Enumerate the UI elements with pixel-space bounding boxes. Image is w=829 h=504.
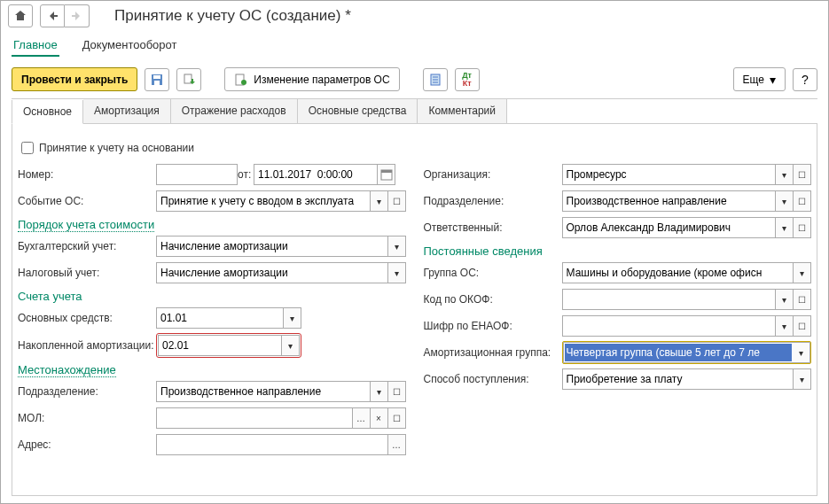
open-icon: ☐ — [393, 197, 401, 206]
ellipsis-icon: … — [392, 440, 401, 450]
ellipsis-icon: … — [356, 414, 365, 423]
basis-label: Принятие к учету на основании — [39, 142, 194, 154]
chevron-down-icon: ▾ — [395, 242, 399, 252]
resp-open[interactable]: ☐ — [794, 217, 811, 238]
group-dropdown[interactable]: ▾ — [794, 262, 811, 283]
dept-left-open[interactable]: ☐ — [388, 381, 406, 402]
report-button[interactable] — [423, 68, 448, 91]
section-location-header[interactable]: Местонахождение — [18, 363, 116, 377]
tax-input[interactable] — [156, 262, 388, 283]
enaof-label: Шифр по ЕНАОФ: — [424, 320, 562, 332]
okof-input[interactable] — [562, 289, 777, 310]
open-icon: ☐ — [798, 322, 806, 331]
group-input[interactable] — [562, 262, 794, 283]
fa-acc-input[interactable] — [156, 307, 284, 329]
more-label: Еще — [743, 74, 764, 86]
tax-dropdown[interactable]: ▾ — [388, 262, 406, 283]
back-button[interactable] — [40, 4, 65, 27]
receipt-label: Способ поступления: — [424, 373, 562, 385]
change-params-button[interactable]: Изменение параметров ОС — [224, 67, 399, 91]
chevron-down-icon: ▾ — [377, 387, 381, 397]
section-tab-docflow[interactable]: Документооборот — [81, 35, 179, 57]
amgrp-value: Четвертая группа (свыше 5 лет до 7 ле — [565, 344, 793, 361]
dep-acc-input[interactable] — [158, 335, 282, 356]
event-input[interactable] — [156, 190, 371, 212]
save-button[interactable] — [145, 68, 169, 91]
org-input[interactable] — [562, 164, 777, 185]
date-input[interactable] — [254, 164, 378, 185]
number-input[interactable] — [156, 164, 238, 185]
dept-left-input[interactable] — [156, 381, 371, 402]
receipt-dropdown[interactable]: ▾ — [794, 368, 811, 390]
dept-left-dropdown[interactable]: ▾ — [371, 381, 388, 402]
okof-dropdown[interactable]: ▾ — [776, 289, 794, 310]
section-tab-main[interactable]: Главное — [12, 35, 59, 57]
receipt-input[interactable] — [562, 368, 794, 390]
tax-label: Налоговый учет: — [18, 267, 156, 279]
change-params-label: Изменение параметров ОС — [254, 74, 389, 86]
dept-right-dropdown[interactable]: ▾ — [776, 190, 794, 212]
chevron-down-icon: ▾ — [799, 348, 803, 358]
from-label: от: — [238, 168, 254, 181]
more-button[interactable]: Еще ▾ — [733, 67, 786, 91]
enaof-open[interactable]: ☐ — [794, 315, 811, 337]
org-label: Организация: — [424, 168, 562, 181]
org-open[interactable]: ☐ — [794, 164, 811, 185]
home-button[interactable] — [8, 4, 33, 27]
fa-acc-dropdown[interactable]: ▾ — [284, 307, 301, 329]
resp-dropdown[interactable]: ▾ — [776, 217, 794, 238]
tab-comment[interactable]: Комментарий — [418, 99, 507, 123]
section-cost-header[interactable]: Порядок учета стоимости — [18, 218, 154, 232]
svg-point-5 — [241, 80, 246, 85]
help-icon: ? — [802, 73, 809, 87]
calendar-button[interactable] — [378, 164, 395, 185]
open-icon: ☐ — [798, 223, 806, 233]
dep-acc-dropdown[interactable]: ▾ — [282, 335, 300, 356]
clear-icon: × — [376, 414, 381, 423]
tab-assets[interactable]: Основные средства — [298, 99, 418, 123]
event-open[interactable]: ☐ — [388, 190, 406, 212]
tab-amort[interactable]: Амортизация — [83, 99, 171, 123]
post-button[interactable] — [176, 68, 201, 91]
mol-open[interactable]: ☐ — [388, 407, 406, 429]
mol-input[interactable] — [156, 407, 353, 429]
amgrp-label: Амортизационная группа: — [424, 346, 562, 359]
amgrp-dropdown[interactable]: ▾ — [793, 342, 810, 363]
post-icon — [182, 73, 196, 87]
addr-input[interactable] — [156, 434, 388, 455]
mol-ellipsis[interactable]: … — [353, 407, 371, 429]
org-dropdown[interactable]: ▾ — [776, 164, 794, 185]
mol-label: МОЛ: — [18, 412, 156, 424]
addr-ellipsis[interactable]: … — [388, 434, 406, 455]
page-title: Принятие к учету ОС (создание) * — [114, 7, 351, 25]
acc-dropdown[interactable]: ▾ — [388, 236, 406, 257]
open-icon: ☐ — [393, 387, 401, 397]
acc-input[interactable] — [156, 236, 388, 257]
arrow-right-icon — [70, 9, 84, 23]
event-dropdown[interactable]: ▾ — [371, 190, 388, 212]
event-label: Событие ОС: — [18, 195, 156, 207]
dtkt-button[interactable]: ДтКт — [455, 68, 480, 91]
forward-button — [65, 4, 90, 27]
section-accounts-header: Счета учета — [18, 290, 406, 303]
chevron-down-icon: ▾ — [782, 295, 786, 305]
amgrp-input[interactable]: Четвертая группа (свыше 5 лет до 7 ле — [563, 342, 794, 363]
basis-checkbox[interactable] — [21, 142, 34, 154]
chevron-down-icon: ▾ — [395, 268, 399, 278]
resp-input[interactable] — [562, 217, 777, 238]
tab-expenses[interactable]: Отражение расходов — [171, 99, 298, 123]
dept-left-label: Подразделение: — [18, 385, 156, 398]
help-button[interactable]: ? — [793, 68, 817, 91]
dept-right-input[interactable] — [562, 190, 777, 212]
chevron-down-icon: ▾ — [800, 375, 804, 384]
post-and-close-button[interactable]: Провести и закрыть — [12, 67, 137, 91]
enaof-input[interactable] — [562, 315, 777, 337]
open-icon: ☐ — [393, 414, 401, 423]
acc-label: Бухгалтерский учет: — [18, 240, 156, 252]
dept-right-open[interactable]: ☐ — [794, 190, 811, 212]
mol-clear[interactable]: × — [371, 407, 388, 429]
okof-open[interactable]: ☐ — [794, 289, 811, 310]
enaof-dropdown[interactable]: ▾ — [776, 315, 794, 337]
okof-label: Код по ОКОФ: — [424, 293, 562, 306]
tab-main[interactable]: Основное — [12, 100, 83, 124]
